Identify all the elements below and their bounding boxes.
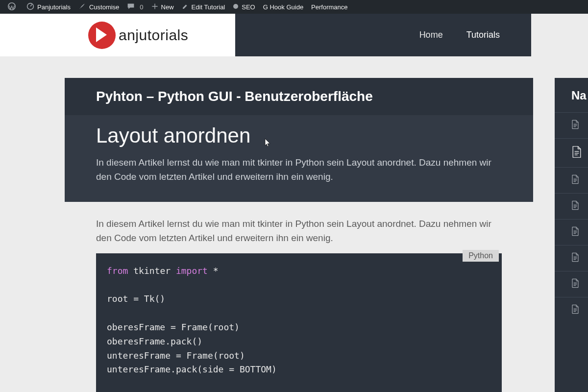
wordpress-icon: [8, 2, 16, 12]
document-icon: [571, 278, 579, 290]
site-header: anjutorials Home Tutorials: [0, 14, 588, 56]
admin-new[interactable]: New: [147, 0, 178, 14]
logo-area: anjutorials: [0, 14, 235, 56]
main-nav: Home Tutorials: [235, 14, 531, 56]
lesson-header: Layout anordnen In diesem Artikel lernst…: [65, 115, 533, 202]
article-column: Pyhton – Python GUI - Benutzeroberfläche…: [65, 78, 533, 392]
brand-word: anjutorials: [119, 27, 188, 44]
article-intro: In diesem Artikel lernst du wie man mit …: [96, 217, 498, 245]
dashboard-icon: [26, 2, 34, 12]
admin-hook-guide[interactable]: G Hook Guide: [259, 0, 307, 14]
brush-icon: [78, 2, 86, 12]
course-title: Pyhton – Python GUI - Benutzeroberfläche: [65, 78, 533, 115]
document-icon: [571, 226, 579, 238]
sidebar-lesson-item[interactable]: [555, 138, 588, 167]
document-icon: [571, 304, 579, 316]
comment-icon: [127, 2, 135, 12]
admin-site-label: Panjutorials: [37, 3, 71, 11]
lesson-summary: In diesem Artikel lernst du wie man mit …: [96, 155, 498, 184]
plus-icon: [151, 3, 158, 11]
document-icon: [571, 252, 579, 264]
sidebar-lesson-item[interactable]: [555, 112, 588, 138]
admin-seo[interactable]: SEO: [229, 0, 259, 14]
admin-edit-tutorial[interactable]: Edit Tutorial: [178, 0, 229, 14]
nav-spacer: [531, 14, 588, 56]
wp-logo[interactable]: [4, 0, 23, 14]
wp-admin-bar: Panjutorials Customise 0 New Edit Tutori…: [0, 0, 588, 14]
lesson-title: Layout anordnen: [96, 124, 502, 147]
sidebar-lesson-item[interactable]: [555, 245, 588, 271]
content-area: Pyhton – Python GUI - Benutzeroberfläche…: [0, 56, 588, 392]
document-icon: [571, 174, 579, 186]
sidebar-lesson-item[interactable]: [555, 297, 588, 323]
document-icon: [571, 200, 579, 212]
admin-site-link[interactable]: Panjutorials: [23, 0, 74, 14]
sidebar-lesson-item[interactable]: [555, 193, 588, 219]
code-block[interactable]: from tkinter import * root = Tk() oberes…: [96, 253, 502, 392]
document-icon: [571, 146, 582, 160]
admin-customise[interactable]: Customise: [74, 0, 123, 14]
document-icon: [571, 120, 579, 131]
sidebar-lesson-item[interactable]: [555, 219, 588, 245]
nav-home[interactable]: Home: [408, 14, 455, 56]
pencil-icon: [182, 3, 189, 11]
dot-icon: [233, 3, 239, 11]
admin-performance[interactable]: Performance: [307, 0, 351, 14]
sidebar-lesson-item[interactable]: [555, 271, 588, 297]
sidebar-title: Na: [555, 89, 588, 112]
code-block-wrap: Python from tkinter import * root = Tk()…: [96, 253, 502, 392]
lesson-sidebar: Na: [555, 78, 588, 392]
article-body: In diesem Artikel lernst du wie man mit …: [65, 202, 533, 392]
svg-point-2: [233, 4, 238, 9]
site-logo[interactable]: anjutorials: [88, 22, 188, 49]
nav-tutorials[interactable]: Tutorials: [455, 14, 512, 56]
sidebar-lesson-item[interactable]: [555, 167, 588, 193]
admin-comments[interactable]: 0: [123, 0, 147, 14]
play-logo-icon: [88, 22, 116, 49]
code-language-badge: Python: [463, 250, 499, 262]
